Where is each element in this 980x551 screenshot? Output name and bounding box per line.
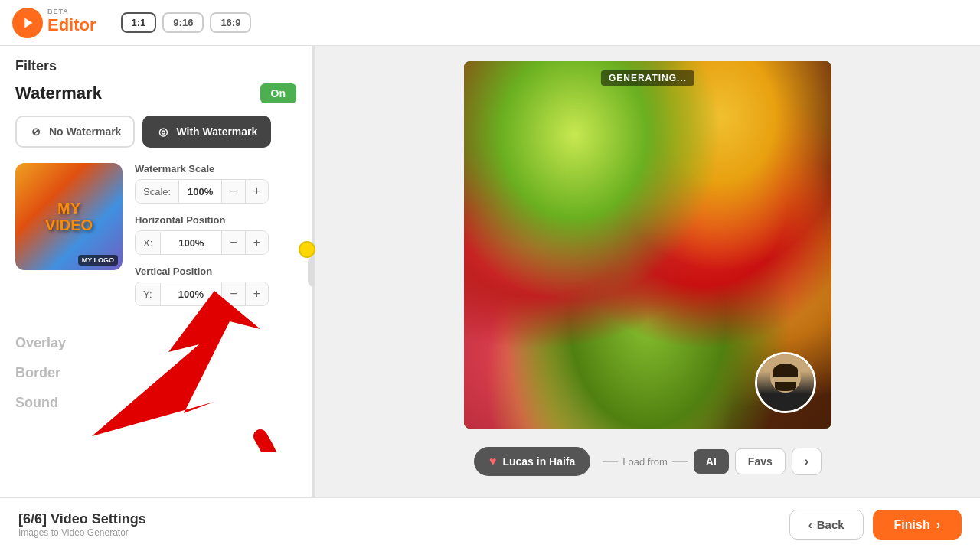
avatar-head (770, 362, 801, 393)
watermark-options: ⊘ No Watermark ◎ With Watermark (15, 116, 296, 148)
horizontal-label: Horizontal Position (135, 214, 296, 226)
vertical-control-group: Vertical Position Y: 100% − + (135, 266, 296, 306)
video-preview-area: GENERATING... ♥ (331, 61, 965, 482)
watermark-controls: Watermark Scale Scale: 100% − + Horizont… (135, 163, 296, 317)
top-bar: BETA Editor 1:1 9:16 16:9 (0, 0, 980, 46)
lucas-button[interactable]: ♥ Lucas in Haifa (474, 447, 590, 476)
with-watermark-label: With Watermark (176, 126, 257, 138)
back-button[interactable]: ‹ Back (789, 510, 864, 540)
right-panel: GENERATING... ♥ (315, 46, 980, 497)
load-ai-button[interactable]: AI (694, 449, 729, 474)
avatar-beard (775, 382, 796, 391)
scale-label: Watermark Scale (135, 163, 296, 174)
no-watermark-icon: ⊘ (29, 125, 43, 139)
ratio-16-9-button[interactable]: 16:9 (210, 12, 251, 33)
vertical-value: 100% (161, 283, 222, 305)
footer-actions: ‹ Back Finish › (789, 510, 962, 540)
overlay-section[interactable]: Overlay (15, 332, 296, 354)
back-chevron-icon: ‹ (808, 518, 812, 531)
watermark-header: Watermark On (15, 83, 296, 103)
no-watermark-button[interactable]: ⊘ No Watermark (15, 116, 135, 148)
scale-control-row: Scale: 100% − + (135, 179, 269, 204)
avatar-hair (773, 364, 798, 377)
left-panel: Filters Watermark On ⊘ No Watermark ◎ Wi… (0, 46, 312, 497)
horizontal-control-group: Horizontal Position X: 100% − + (135, 214, 296, 255)
vertical-decrease-button[interactable]: − (221, 282, 244, 305)
horizontal-control-row: X: 100% − + (135, 230, 269, 255)
finish-chevron-icon: › (936, 518, 940, 532)
load-favs-button[interactable]: Favs (735, 448, 786, 474)
sound-section[interactable]: Sound (15, 392, 296, 414)
scale-prefix: Scale: (136, 181, 179, 203)
watermark-preview-inner: MY VIDEO MY LOGO (15, 163, 122, 270)
main-layout: Filters Watermark On ⊘ No Watermark ◎ Wi… (0, 46, 980, 497)
load-from-label: Load from (603, 456, 688, 468)
border-section[interactable]: Border (15, 362, 296, 384)
vertical-prefix: Y: (136, 283, 161, 305)
with-watermark-icon: ◎ (156, 125, 170, 139)
filters-section-title: Filters (15, 58, 296, 74)
back-label: Back (817, 518, 844, 531)
watermark-main-section: MY VIDEO MY LOGO Watermark Scale Scale: … (15, 163, 296, 317)
vertical-label: Vertical Position (135, 266, 296, 277)
svg-marker-0 (24, 18, 32, 28)
app-name: Editor (47, 15, 96, 35)
watermark-preview-text: MY VIDEO (45, 200, 93, 233)
ratio-buttons: 1:1 9:16 16:9 (121, 12, 252, 33)
step-title-text: Video Settings (51, 511, 146, 527)
video-container: GENERATING... (464, 61, 831, 429)
beta-label: BETA (47, 8, 96, 15)
footer-bar: [6/6] Video Settings Images to Video Gen… (0, 497, 980, 551)
generating-label: GENERATING... (601, 70, 694, 86)
horizontal-increase-button[interactable]: + (245, 231, 268, 254)
scale-decrease-button[interactable]: − (221, 180, 244, 203)
step-subtitle: Images to Video Generator (18, 527, 789, 538)
watermark-title: Watermark (15, 83, 102, 103)
lucas-label: Lucas in Haifa (502, 455, 575, 468)
no-watermark-label: No Watermark (49, 126, 121, 138)
watermark-toggle-button[interactable]: On (260, 83, 296, 103)
step-info: [6/6] Video Settings Images to Video Gen… (18, 511, 789, 538)
watermark-badge: MY LOGO (78, 255, 118, 266)
scale-increase-button[interactable]: + (245, 180, 268, 203)
vertical-increase-button[interactable]: + (245, 282, 268, 305)
step-title: [6/6] Video Settings (18, 511, 789, 527)
finish-label: Finish (894, 518, 930, 532)
heart-icon: ♥ (489, 455, 497, 468)
load-next-button[interactable]: › (792, 448, 822, 475)
app-logo-icon (12, 8, 43, 38)
with-watermark-button[interactable]: ◎ With Watermark (142, 116, 271, 148)
vertical-control-row: Y: 100% − + (135, 282, 269, 306)
finish-button[interactable]: Finish › (873, 510, 962, 540)
logo-text: BETA Editor (47, 11, 96, 35)
scale-value: 100% (179, 181, 221, 203)
horizontal-value: 100% (161, 232, 221, 254)
video-bottom-controls: ♥ Lucas in Haifa Load from AI Favs › (474, 447, 822, 476)
avatar-overlay (755, 352, 816, 413)
logo-area: BETA Editor (12, 8, 96, 38)
horizontal-prefix: X: (136, 232, 161, 254)
ratio-9-16-button[interactable]: 9:16 (162, 12, 204, 33)
ratio-1-1-button[interactable]: 1:1 (121, 12, 157, 33)
cursor-indicator (299, 241, 315, 258)
load-from-section: Load from AI Favs › (603, 448, 822, 475)
horizontal-decrease-button[interactable]: − (221, 231, 244, 254)
scale-control-group: Watermark Scale Scale: 100% − + (135, 163, 296, 204)
avatar-person (757, 354, 814, 411)
step-number: [6/6] (18, 511, 47, 527)
watermark-preview: MY VIDEO MY LOGO (15, 163, 122, 270)
